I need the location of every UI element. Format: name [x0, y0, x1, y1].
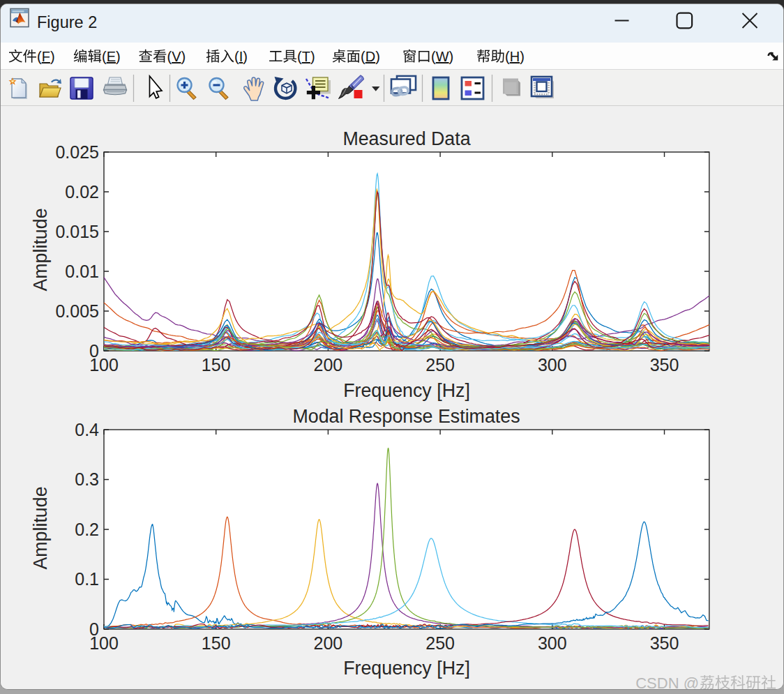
svg-text:Measured Data: Measured Data — [342, 128, 470, 149]
svg-text:0.1: 0.1 — [75, 569, 99, 589]
svg-text:(F): (F) — [37, 49, 55, 64]
svg-text:350: 350 — [650, 355, 679, 375]
svg-text:Amplitude: Amplitude — [30, 486, 51, 569]
svg-text:250: 250 — [425, 355, 455, 375]
svg-text:0.025: 0.025 — [55, 142, 99, 162]
svg-text:200: 200 — [314, 633, 343, 653]
svg-text:Frequency [Hz]: Frequency [Hz] — [343, 658, 470, 679]
svg-text:Modal Response Estimates: Modal Response Estimates — [292, 406, 520, 427]
svg-text:0: 0 — [89, 341, 99, 361]
svg-text:CSDN @: CSDN @ — [635, 674, 699, 691]
svg-text:(T): (T) — [297, 49, 315, 64]
svg-text:(E): (E) — [102, 49, 121, 64]
svg-text:350: 350 — [650, 633, 679, 653]
svg-text:250: 250 — [425, 633, 455, 653]
svg-text:0: 0 — [89, 619, 99, 639]
svg-text:300: 300 — [538, 633, 567, 653]
svg-text:0.4: 0.4 — [75, 420, 99, 439]
svg-text:300: 300 — [538, 355, 567, 375]
svg-text:(H): (H) — [505, 49, 525, 64]
svg-text:0.02: 0.02 — [65, 182, 99, 202]
svg-text:150: 150 — [202, 633, 231, 653]
svg-text:0.005: 0.005 — [55, 301, 99, 321]
svg-text:150: 150 — [202, 355, 231, 375]
svg-text:0.3: 0.3 — [75, 469, 99, 489]
svg-text:(W): (W) — [431, 49, 453, 64]
svg-text:0.2: 0.2 — [75, 520, 99, 539]
svg-text:(I): (I) — [234, 49, 248, 64]
svg-text:Amplitude: Amplitude — [30, 208, 51, 291]
svg-text:0.01: 0.01 — [65, 262, 99, 281]
svg-text:(V): (V) — [167, 49, 186, 64]
svg-text:200: 200 — [314, 355, 343, 375]
svg-text:(D): (D) — [361, 49, 380, 64]
svg-text:Frequency [Hz]: Frequency [Hz] — [343, 380, 470, 401]
svg-text:0.015: 0.015 — [55, 222, 99, 241]
